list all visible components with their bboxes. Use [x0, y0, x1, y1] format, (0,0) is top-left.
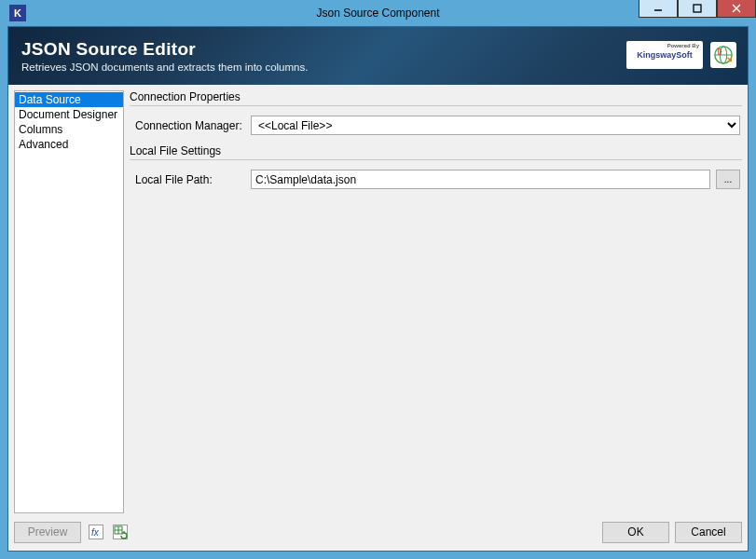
svg-rect-10 — [114, 525, 128, 539]
refresh-metadata-button[interactable] — [111, 523, 130, 541]
connection-manager-label: Connection Manager: — [135, 119, 245, 132]
cancel-button[interactable]: Cancel — [675, 522, 742, 543]
sidebar-item-advanced[interactable]: Advanced — [15, 137, 123, 152]
fx-icon: fx — [89, 525, 103, 539]
page-title: JSON Source Editor — [21, 39, 308, 60]
sidebar: Data Source Document Designer Columns Ad… — [14, 90, 124, 513]
local-file-path-label: Local File Path: — [135, 173, 245, 186]
expression-button[interactable]: fx — [87, 523, 105, 541]
maximize-button[interactable] — [678, 0, 717, 18]
maximize-icon — [693, 4, 702, 13]
titlebar: K Json Source Component — [7, 0, 749, 26]
grid-refresh-icon — [113, 525, 128, 539]
minimize-icon — [653, 4, 663, 13]
browse-button[interactable]: ... — [716, 170, 740, 189]
page-subtitle: Retrieves JSON documents and extracts th… — [21, 61, 308, 73]
header-banner: JSON Source Editor Retrieves JSON docume… — [8, 27, 748, 85]
preview-button[interactable]: Preview — [14, 522, 81, 543]
sidebar-item-data-source[interactable]: Data Source — [15, 92, 123, 107]
group-connection-properties: Connection Properties — [130, 90, 742, 105]
svg-rect-1 — [694, 5, 701, 12]
json-component-icon: {} — [710, 42, 736, 68]
svg-text:{}: {} — [718, 48, 722, 55]
sidebar-item-columns[interactable]: Columns — [15, 122, 123, 137]
close-button[interactable] — [717, 0, 756, 18]
close-icon — [732, 4, 741, 13]
sidebar-item-document-designer[interactable]: Document Designer — [15, 107, 123, 122]
local-file-path-input[interactable] — [251, 170, 710, 189]
ok-button[interactable]: OK — [602, 522, 669, 543]
group-local-file-settings: Local File Settings — [130, 144, 742, 159]
svg-text:fx: fx — [91, 527, 100, 538]
window-title: Json Source Component — [7, 7, 749, 20]
connection-manager-select[interactable]: <<Local File>> — [251, 116, 740, 135]
minimize-button[interactable] — [639, 0, 678, 18]
kingswaysoft-logo: Powered By KingswaySoft — [626, 41, 703, 69]
